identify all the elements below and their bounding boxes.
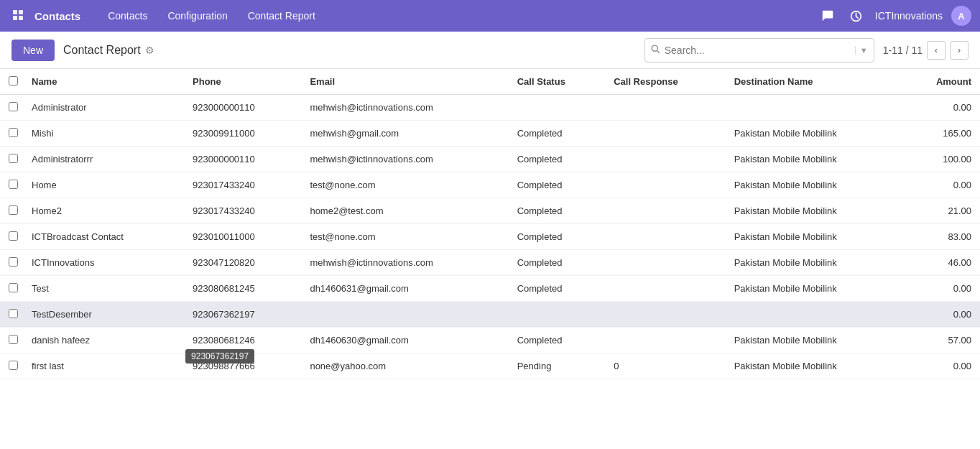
cell-name: first last xyxy=(23,353,184,379)
nav-contacts[interactable]: Contacts xyxy=(98,0,157,32)
cell-call-response xyxy=(605,95,726,121)
pagination: 1-11 / 11 ‹ › xyxy=(883,41,969,60)
phone-tooltip: 923067362197 xyxy=(185,349,254,364)
row-checkbox[interactable] xyxy=(9,335,18,344)
cell-amount: 0.00 xyxy=(902,276,980,302)
search-dropdown-arrow[interactable]: ▼ xyxy=(855,46,868,55)
row-checkbox[interactable] xyxy=(9,361,18,370)
clock-icon[interactable] xyxy=(846,6,866,26)
cell-destination: Pakistan Mobile Mobilink xyxy=(726,250,902,276)
next-page-button[interactable]: › xyxy=(950,41,969,60)
cell-call-response xyxy=(605,147,726,172)
cell-email: home2@test.com xyxy=(301,198,508,224)
table-row: first last 923098877666 none@yahoo.com P… xyxy=(0,353,980,379)
cell-amount: 100.00 xyxy=(902,147,980,172)
cell-destination xyxy=(726,95,902,121)
cell-call-response xyxy=(605,302,726,328)
col-name: Name xyxy=(23,69,184,95)
contacts-table: Name Phone Email Call Status Call Respon… xyxy=(0,69,980,379)
nav-contact-report[interactable]: Contact Report xyxy=(238,0,325,32)
topnav-menu: Contacts Configuration Contact Report xyxy=(98,0,818,32)
row-checkbox[interactable] xyxy=(9,283,18,292)
cell-call-status: Completed xyxy=(509,121,605,147)
cell-call-status: Completed xyxy=(509,147,605,172)
cell-amount: 0.00 xyxy=(902,172,980,198)
table-header-row: Name Phone Email Call Status Call Respon… xyxy=(0,69,980,95)
cell-name: ICTInnovations xyxy=(23,250,184,276)
col-phone: Phone xyxy=(184,69,301,95)
grid-icon[interactable] xyxy=(9,6,29,26)
table-row: Mishi 923009911000 mehwish@gmail.com Com… xyxy=(0,121,980,147)
svg-rect-2 xyxy=(13,16,17,20)
cell-destination: Pakistan Mobile Mobilink xyxy=(726,328,902,353)
cell-call-status: Completed xyxy=(509,198,605,224)
cell-destination: Pakistan Mobile Mobilink xyxy=(726,198,902,224)
cell-call-status: Completed xyxy=(509,328,605,353)
cell-email: mehwish@gmail.com xyxy=(301,121,508,147)
cell-phone: 923017433240 xyxy=(184,198,301,224)
nav-configuration[interactable]: Configuration xyxy=(157,0,237,32)
toolbar-title: Contact Report ⚙ xyxy=(63,44,154,57)
cell-name: Test xyxy=(23,276,184,302)
topnav-right: ICTInnovations A xyxy=(818,6,971,26)
new-button[interactable]: New xyxy=(11,40,55,61)
cell-email: test@none.com xyxy=(301,172,508,198)
cell-call-status: Completed xyxy=(509,224,605,250)
cell-destination: Pakistan Mobile Mobilink xyxy=(726,172,902,198)
search-icon xyxy=(651,45,660,56)
cell-call-response xyxy=(605,328,726,353)
svg-rect-3 xyxy=(19,16,23,20)
prev-page-button[interactable]: ‹ xyxy=(927,41,946,60)
pagination-text: 1-11 / 11 xyxy=(883,45,923,56)
cell-call-response xyxy=(605,121,726,147)
row-checkbox[interactable] xyxy=(9,309,18,318)
cell-phone: 923047120820 xyxy=(184,250,301,276)
row-checkbox[interactable] xyxy=(9,102,18,111)
company-name: ICTInnovations xyxy=(875,10,943,22)
cell-email: mehwish@ictinnovations.com xyxy=(301,250,508,276)
cell-phone: 923017433240 xyxy=(184,172,301,198)
row-checkbox[interactable] xyxy=(9,205,18,215)
row-checkbox-cell xyxy=(0,353,23,379)
row-checkbox[interactable] xyxy=(9,231,18,241)
cell-destination xyxy=(726,302,902,328)
cell-amount: 0.00 xyxy=(902,95,980,121)
cell-amount: 46.00 xyxy=(902,250,980,276)
table-row: ICTInnovations 923047120820 mehwish@icti… xyxy=(0,250,980,276)
row-checkbox[interactable] xyxy=(9,154,18,163)
row-checkbox[interactable] xyxy=(9,257,18,267)
cell-call-status: Completed xyxy=(509,276,605,302)
cell-amount: 57.00 xyxy=(902,328,980,353)
cell-name: Administrator xyxy=(23,95,184,121)
row-checkbox-cell xyxy=(0,172,23,198)
cell-call-response xyxy=(605,172,726,198)
cell-email: none@yahoo.com xyxy=(301,353,508,379)
cell-phone: 923000000110 xyxy=(184,95,301,121)
svg-rect-0 xyxy=(13,10,17,14)
cell-call-response xyxy=(605,224,726,250)
cell-destination: Pakistan Mobile Mobilink xyxy=(726,276,902,302)
select-all-checkbox[interactable] xyxy=(9,76,18,85)
cell-destination: Pakistan Mobile Mobilink xyxy=(726,353,902,379)
gear-icon[interactable]: ⚙ xyxy=(145,45,154,56)
row-checkbox-cell xyxy=(0,224,23,250)
table-row: Administratorrr 923000000110 mehwish@ict… xyxy=(0,147,980,172)
col-call-status: Call Status xyxy=(509,69,605,95)
cell-phone: 923080681246923067362197 xyxy=(184,328,301,353)
cell-name: Mishi xyxy=(23,121,184,147)
svg-rect-1 xyxy=(19,10,23,14)
col-amount: Amount xyxy=(902,69,980,95)
cell-call-status xyxy=(509,95,605,121)
row-checkbox-cell xyxy=(0,302,23,328)
cell-name: TestDesember xyxy=(23,302,184,328)
cell-name: Home xyxy=(23,172,184,198)
cell-call-status xyxy=(509,302,605,328)
row-checkbox[interactable] xyxy=(9,128,18,137)
user-avatar[interactable]: A xyxy=(951,6,971,26)
search-input[interactable] xyxy=(665,45,852,56)
chat-icon[interactable] xyxy=(818,6,838,26)
table-container: Name Phone Email Call Status Call Respon… xyxy=(0,69,980,379)
table-row: ICTBroadcast Contact 923010011000 test@n… xyxy=(0,224,980,250)
row-checkbox[interactable] xyxy=(9,180,18,189)
search-container: ▼ xyxy=(644,38,874,63)
